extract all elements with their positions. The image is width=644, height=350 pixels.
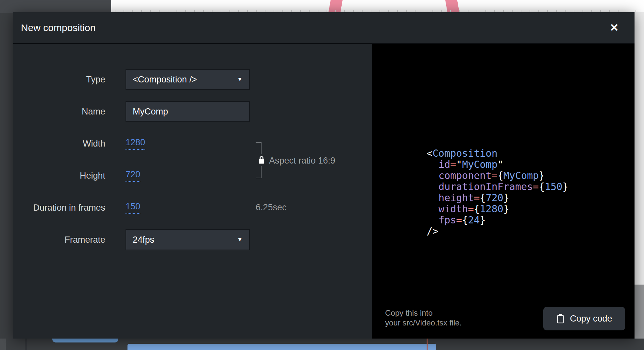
- code-block: <Composition id="MyComp" component={MyCo…: [427, 148, 568, 237]
- chevron-down-icon: ▼: [237, 76, 243, 83]
- form-row-name: Name: [13, 101, 372, 122]
- name-input[interactable]: [126, 101, 250, 122]
- copy-hint: Copy this into your src/Video.tsx file.: [385, 308, 462, 328]
- new-composition-dialog: New composition ✕ Type <Composition /> ▼…: [13, 12, 635, 339]
- aspect-ratio-label: Aspect ratio 16:9: [269, 155, 335, 166]
- name-label: Name: [13, 107, 105, 117]
- code-preview-panel: <Composition id="MyComp" component={MyCo…: [372, 44, 635, 339]
- composition-form: Type <Composition /> ▼ Name Width 1280 H…: [13, 44, 372, 339]
- form-row-height: Height 720: [13, 165, 372, 186]
- type-select[interactable]: <Composition /> ▼: [126, 69, 250, 90]
- framerate-label: Framerate: [13, 235, 105, 245]
- type-label: Type: [13, 75, 105, 85]
- form-row-width: Width 1280: [13, 133, 372, 154]
- copy-code-button[interactable]: Copy code: [543, 307, 625, 330]
- copy-code-label: Copy code: [570, 314, 612, 324]
- duration-seconds-label: 6.25sec: [256, 202, 287, 213]
- type-select-value: <Composition />: [133, 75, 197, 85]
- dialog-header: New composition ✕: [13, 12, 635, 43]
- timeline-playhead: [427, 339, 428, 350]
- duration-label: Duration in frames: [13, 203, 105, 213]
- timeline-tab: [52, 339, 118, 342]
- clipboard-icon: [556, 314, 565, 324]
- duration-value[interactable]: 150: [126, 201, 140, 214]
- width-label: Width: [13, 139, 105, 149]
- top-left-panel: [0, 0, 111, 13]
- app-screen: New composition ✕ Type <Composition /> ▼…: [0, 0, 644, 350]
- close-icon: ✕: [610, 22, 619, 34]
- copy-hint-line2: your src/Video.tsx file.: [385, 318, 462, 328]
- form-row-duration: Duration in frames 150: [13, 197, 372, 218]
- dialog-title: New composition: [21, 12, 95, 43]
- timeline-sidebar: [0, 339, 6, 350]
- height-value[interactable]: 720: [126, 169, 140, 182]
- timeline-area: [0, 339, 644, 350]
- copy-hint-line1: Copy this into: [385, 308, 462, 318]
- width-value[interactable]: 1280: [126, 137, 145, 150]
- height-label: Height: [13, 171, 105, 181]
- form-row-type: Type <Composition /> ▼: [13, 69, 372, 90]
- chevron-down-icon: ▼: [237, 236, 243, 243]
- form-row-framerate: Framerate 24fps ▼: [13, 229, 372, 250]
- timeline-track-bar: [127, 344, 436, 350]
- close-button[interactable]: ✕: [607, 21, 621, 35]
- lock-icon[interactable]: [257, 154, 266, 166]
- framerate-select[interactable]: 24fps ▼: [126, 229, 250, 250]
- framerate-select-value: 24fps: [133, 235, 154, 245]
- dialog-body: Type <Composition /> ▼ Name Width 1280 H…: [13, 44, 635, 339]
- timeline-divider: [25, 339, 27, 350]
